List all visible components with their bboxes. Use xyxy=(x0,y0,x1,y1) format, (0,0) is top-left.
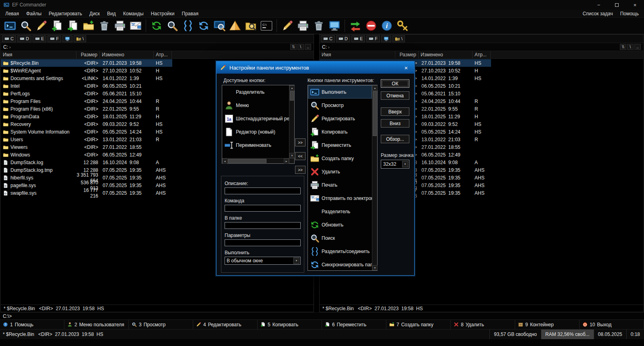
scroll-left-icon[interactable]: ◄ xyxy=(222,159,227,164)
transfer-add-all-button[interactable]: >> xyxy=(295,166,305,174)
toolbar-item[interactable]: Отправить по электрон xyxy=(308,192,372,205)
field-description-input[interactable] xyxy=(225,187,301,194)
toolbar-recycle-bin-button[interactable] xyxy=(311,18,326,33)
scroll-up-icon[interactable]: ▲ xyxy=(289,85,295,91)
toolbar-item[interactable]: Поиск xyxy=(308,231,372,245)
column-header-attr[interactable]: Атр... xyxy=(473,51,491,58)
toolbar-item[interactable]: Синхронизировать папк xyxy=(308,258,372,270)
menu-item-1[interactable]: Файлы xyxy=(23,10,45,17)
fkey-6[interactable]: 6Переместить xyxy=(322,320,386,329)
current-path-right[interactable]: C: xyxy=(322,44,327,50)
cancel-button[interactable]: Отмена xyxy=(381,91,409,100)
toolbar-refresh-button[interactable] xyxy=(149,18,164,33)
close-button[interactable]: × xyxy=(626,0,644,10)
column-header-modified[interactable]: Изменено xyxy=(100,51,154,58)
file-row[interactable]: Intel<DIR>06.05.2025 10:21 xyxy=(1,82,172,90)
column-header-modified[interactable]: Изменено xyxy=(419,51,473,58)
drive-d-button-right[interactable]: D xyxy=(336,35,350,42)
toolbar-print-button[interactable] xyxy=(112,18,128,33)
available-item[interactable]: Меню xyxy=(222,99,289,112)
field-parameters-input[interactable] xyxy=(225,239,301,246)
current-path-left[interactable]: C: xyxy=(3,44,8,50)
file-row[interactable]: swapfile.sys16 777 21607.05.2025 19:35AH… xyxy=(1,189,172,197)
file-row[interactable]: Windows<DIR>06.05.2025 12:49 xyxy=(1,151,172,159)
file-row[interactable]: Program Files (x86)<DIR>22.01.2025 9:55R xyxy=(1,105,172,113)
drive-root-button-right[interactable]: \ xyxy=(392,35,405,42)
available-buttons-list[interactable]: РазделительМеню1aШестнадцатеричный редРе… xyxy=(222,85,295,164)
fkey-3[interactable]: 3Просмотр xyxy=(129,320,193,329)
file-row[interactable]: Program Files<DIR>24.04.2025 10:44R xyxy=(1,97,172,105)
fkey-8[interactable]: 8Удалить xyxy=(451,320,515,329)
menu-item-right-0[interactable]: Список задач xyxy=(579,10,617,17)
toolbar-item[interactable]: Печать xyxy=(308,178,372,192)
fkey-5[interactable]: 5Копировать xyxy=(258,320,322,329)
toolbar-disconnect-button[interactable] xyxy=(363,18,379,33)
toolbar-copy-button[interactable] xyxy=(49,18,65,33)
drive-d-button-left[interactable]: D xyxy=(17,35,31,42)
ok-button[interactable]: ОК xyxy=(381,79,409,88)
file-row[interactable]: Users<DIR>13.01.2022 21:03R xyxy=(1,136,172,143)
toolbar-item[interactable]: Копировать xyxy=(308,125,372,138)
path-root-button-right[interactable]: \\ xyxy=(620,44,626,50)
available-item[interactable]: 1aШестнадцатеричный ред xyxy=(222,112,289,125)
menu-item-6[interactable]: Настройки xyxy=(147,10,178,17)
scroll-up-icon[interactable]: ▲ xyxy=(372,85,378,91)
toolbar-item[interactable]: Просмотр xyxy=(308,99,372,112)
file-row[interactable]: System Volume Information<DIR>05.05.2025… xyxy=(1,128,172,136)
file-row[interactable]: $WinREAgent<DIR>27.10.2023 10:52H xyxy=(1,67,172,74)
chevron-down-icon[interactable]: ▼ xyxy=(402,161,408,167)
toolbar-find-files-button[interactable] xyxy=(243,18,258,33)
toolbar-editor-button[interactable] xyxy=(279,18,295,33)
drive-f-button-right[interactable]: F xyxy=(366,35,380,42)
move-up-button[interactable]: Вверх xyxy=(381,107,409,116)
toolbar-synchronize-button[interactable] xyxy=(196,18,211,33)
file-row[interactable]: Documents and Settings<LINK>14.01.2022 1… xyxy=(1,74,172,82)
column-header-size[interactable]: Размер xyxy=(76,51,100,58)
scroll-thumb[interactable] xyxy=(373,91,377,136)
toolbar-item[interactable]: Создать папку xyxy=(308,152,372,165)
file-row[interactable]: $Recycle.Bin<DIR>27.01.2023 19:58HS xyxy=(1,59,172,67)
drive-f-button-left[interactable]: F xyxy=(47,35,61,42)
scroll-thumb[interactable] xyxy=(290,91,294,101)
available-item[interactable]: Редактор (новый) xyxy=(222,125,289,138)
browse-button[interactable]: Обзор... xyxy=(381,135,409,143)
execute-mode-select[interactable]: В обычном окне▼ xyxy=(225,257,301,265)
fkey-10[interactable]: 10Выход xyxy=(580,320,644,329)
toolbar-display-settings-button[interactable] xyxy=(326,18,342,33)
toolbar-send-email-button[interactable] xyxy=(128,18,143,33)
path-root-button-left[interactable]: \\ xyxy=(290,44,297,50)
fkey-4[interactable]: 4Редактировать xyxy=(193,320,258,329)
fkey-9[interactable]: 9Контейнер xyxy=(515,320,580,329)
toolbar-item[interactable]: Обновить xyxy=(308,218,372,231)
menu-item-0[interactable]: Левая xyxy=(2,10,23,17)
path-up-button-right[interactable]: .. xyxy=(634,44,641,50)
toolbar-system-info-button[interactable]: i xyxy=(379,18,394,33)
toolbar-split-combine-button[interactable] xyxy=(180,18,196,33)
menu-item-5[interactable]: Команды xyxy=(120,10,147,17)
file-row[interactable]: Viewers<DIR>27.01.2022 18:55 xyxy=(1,143,172,151)
drive-desktop-button-right[interactable] xyxy=(381,35,391,42)
scroll-right-icon[interactable]: ► xyxy=(284,159,289,164)
menu-item-7[interactable]: Правая xyxy=(178,10,202,17)
toolbar-execute-button[interactable] xyxy=(2,18,18,33)
toolbar-item[interactable]: Переместить xyxy=(308,138,372,152)
path-slash-button-right[interactable]: \ xyxy=(627,44,634,50)
toolbar-key-button[interactable] xyxy=(394,18,410,33)
dialog-close-button[interactable]: × xyxy=(401,63,411,72)
menu-item-right-1[interactable]: Помощь xyxy=(617,10,642,17)
chevron-down-icon[interactable]: ▼ xyxy=(293,257,299,264)
menu-item-3[interactable]: Диск xyxy=(86,10,103,17)
path-slash-button-left[interactable]: \ xyxy=(297,44,304,50)
dialog-title-bar[interactable]: Настройки панели инструментов × xyxy=(217,62,414,74)
fkey-1[interactable]: ?1Помощь xyxy=(0,320,64,329)
maximize-button[interactable] xyxy=(608,0,626,10)
toolbar-search-button[interactable] xyxy=(164,18,180,33)
field-folder-input[interactable] xyxy=(225,222,301,229)
available-hscrollbar[interactable]: ◄ ► xyxy=(222,158,289,163)
drive-root-button-left[interactable]: \ xyxy=(74,35,86,42)
menu-item-4[interactable]: Вид xyxy=(103,10,120,17)
file-row[interactable]: DumpStack.log12 28816.10.2024 9:08A xyxy=(1,159,172,166)
transfer-add-button[interactable]: >> xyxy=(295,138,305,146)
toolbar-item[interactable]: Удалить xyxy=(308,165,372,178)
drive-desktop-button-left[interactable] xyxy=(62,35,72,42)
